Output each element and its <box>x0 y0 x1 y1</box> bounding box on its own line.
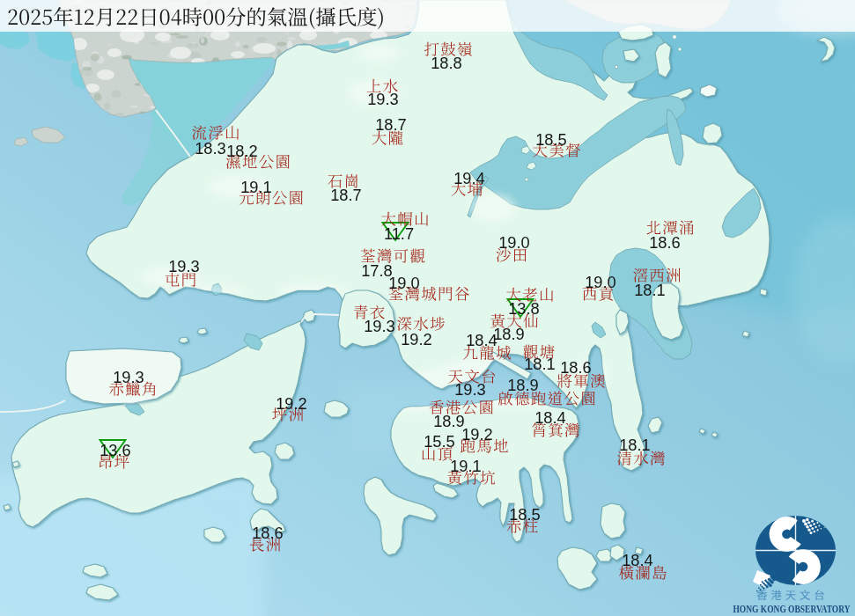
svg-text:19.0: 19.0 <box>585 273 616 291</box>
svg-text:18.1: 18.1 <box>524 355 556 373</box>
svg-text:18.5: 18.5 <box>509 505 541 524</box>
svg-text:19.2: 19.2 <box>461 425 493 444</box>
svg-text:18.3: 18.3 <box>195 139 226 158</box>
svg-text:19.3: 19.3 <box>367 90 399 108</box>
svg-text:18.8: 18.8 <box>431 54 462 72</box>
svg-text:19.0: 19.0 <box>388 274 420 292</box>
svg-text:18.1: 18.1 <box>619 436 651 454</box>
svg-text:18.9: 18.9 <box>493 325 525 343</box>
svg-text:19.2: 19.2 <box>401 330 432 348</box>
svg-text:19.1: 19.1 <box>240 178 272 196</box>
svg-text:18.4: 18.4 <box>622 551 653 569</box>
svg-text:19.2: 19.2 <box>276 394 307 413</box>
svg-text:18.5: 18.5 <box>535 130 567 149</box>
svg-text:18.4: 18.4 <box>466 331 498 349</box>
svg-text:11.7: 11.7 <box>384 224 414 243</box>
svg-text:18.7: 18.7 <box>330 186 362 204</box>
svg-text:19.3: 19.3 <box>168 257 200 275</box>
svg-text:18.4: 18.4 <box>534 408 566 427</box>
svg-text:18.9: 18.9 <box>433 412 465 430</box>
svg-text:18.9: 18.9 <box>507 376 539 394</box>
svg-text:13.8: 13.8 <box>508 299 540 318</box>
svg-text:19.3: 19.3 <box>364 317 395 335</box>
svg-text:18.7: 18.7 <box>375 115 407 134</box>
svg-text:19.3: 19.3 <box>113 368 144 386</box>
svg-text:18.6: 18.6 <box>649 233 681 252</box>
svg-text:19.3: 19.3 <box>454 380 486 399</box>
svg-text:15.5: 15.5 <box>424 432 455 451</box>
svg-text:18.6: 18.6 <box>252 524 284 542</box>
svg-text:19.4: 19.4 <box>453 169 485 187</box>
svg-text:19.0: 19.0 <box>498 233 530 252</box>
svg-text:18.1: 18.1 <box>634 281 666 299</box>
svg-text:19.1: 19.1 <box>450 457 482 475</box>
svg-text:13.6: 13.6 <box>100 441 131 459</box>
svg-text:18.6: 18.6 <box>560 358 592 377</box>
svg-text:HONG KONG OBSERVATORY: HONG KONG OBSERVATORY <box>733 603 851 615</box>
svg-text:18.2: 18.2 <box>226 142 258 160</box>
